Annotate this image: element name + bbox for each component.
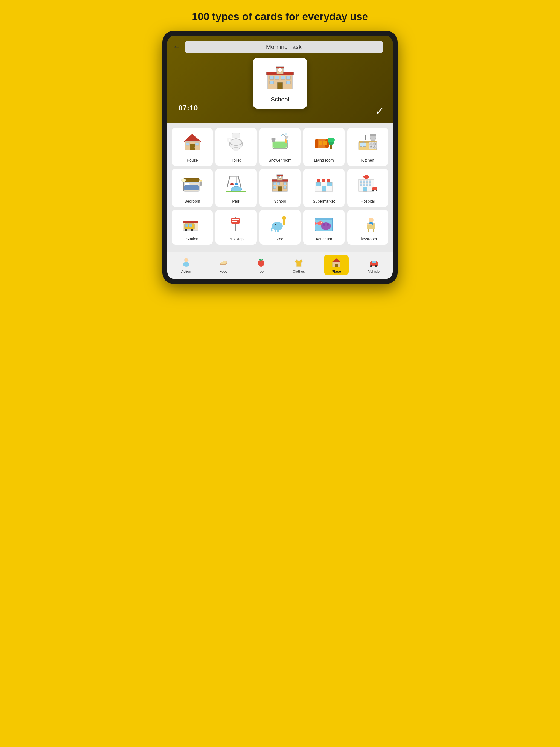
back-button[interactable]: ← (173, 43, 180, 51)
card-classroom-label: Classroom (358, 236, 377, 241)
svg-point-34 (285, 133, 286, 134)
card-hospital-icon (357, 172, 379, 194)
svg-rect-24 (234, 148, 238, 151)
card-station-icon (181, 213, 203, 235)
nav-clothes[interactable]: Clothes (286, 255, 311, 275)
top-bar: ← Morning Task (167, 36, 393, 58)
card-shower-label: Shower room (269, 158, 291, 163)
svg-rect-10 (286, 76, 290, 79)
card-zoo[interactable]: Zoo (259, 210, 301, 245)
svg-rect-28 (273, 142, 286, 148)
svg-rect-111 (360, 181, 362, 183)
nav-food[interactable]: Food (211, 255, 236, 275)
card-busstop[interactable]: Bus stop (215, 210, 256, 245)
card-kitchen[interactable]: Kitchen (347, 128, 388, 166)
card-house[interactable]: House (172, 128, 213, 166)
svg-rect-9 (281, 76, 285, 79)
svg-rect-48 (323, 141, 327, 145)
card-toilet[interactable]: Toilet (215, 128, 256, 166)
nav-food-label: Food (220, 269, 228, 274)
nav-vehicle-label: Vehicle (368, 269, 380, 274)
svg-rect-117 (366, 184, 368, 186)
page-title: 100 types of cards for everyday use (192, 11, 368, 23)
svg-rect-110 (363, 176, 370, 177)
selected-card-label: School (271, 96, 289, 103)
svg-rect-38 (286, 140, 288, 143)
svg-rect-53 (362, 140, 364, 141)
card-hospital[interactable]: Hospital (347, 169, 388, 207)
selected-card-image (262, 63, 298, 93)
svg-point-128 (185, 229, 187, 231)
card-bedroom[interactable]: Bedroom (172, 169, 213, 207)
svg-marker-162 (295, 259, 303, 266)
card-station-label: Station (186, 236, 198, 241)
card-living-icon (313, 131, 335, 153)
svg-rect-151 (373, 229, 374, 232)
svg-rect-150 (368, 229, 369, 232)
svg-point-73 (181, 179, 186, 182)
card-supermarket-icon (313, 172, 335, 194)
card-park[interactable]: Park (215, 169, 256, 207)
svg-rect-54 (360, 146, 362, 147)
svg-point-59 (370, 143, 373, 146)
svg-rect-127 (189, 225, 192, 227)
svg-point-144 (321, 223, 322, 223)
nav-vehicle[interactable]: Vehicle (361, 255, 386, 275)
svg-rect-133 (232, 221, 236, 222)
card-kitchen-icon (357, 131, 379, 153)
svg-point-152 (368, 217, 374, 223)
card-bedroom-label: Bedroom (184, 199, 200, 204)
svg-marker-163 (332, 258, 341, 262)
card-station[interactable]: Station (172, 210, 213, 245)
svg-rect-124 (183, 221, 198, 223)
card-shower[interactable]: Shower room (259, 128, 301, 166)
card-toilet-icon (225, 131, 247, 153)
card-shower-icon (269, 131, 291, 153)
svg-rect-118 (369, 184, 371, 186)
svg-rect-98 (315, 179, 317, 182)
svg-point-20 (194, 147, 195, 148)
card-aquarium-label: Aquarium (315, 236, 332, 241)
svg-rect-55 (363, 146, 365, 147)
svg-rect-154 (367, 224, 373, 225)
place-icon (330, 256, 342, 268)
task-title: Morning Task (185, 41, 383, 53)
card-park-label: Park (232, 199, 240, 204)
device-screen: ← Morning Task 07:10 (167, 36, 393, 279)
svg-rect-80 (235, 183, 238, 185)
selected-card-popup[interactable]: School (253, 58, 307, 108)
svg-rect-138 (277, 229, 279, 232)
svg-rect-47 (319, 141, 322, 145)
card-hospital-label: Hospital (361, 199, 375, 204)
svg-point-146 (323, 223, 325, 226)
svg-point-135 (282, 216, 286, 220)
svg-rect-41 (315, 139, 318, 148)
confirm-check-button[interactable]: ✓ (375, 104, 384, 118)
card-aquarium[interactable]: Aquarium (303, 210, 344, 245)
svg-rect-102 (322, 186, 326, 191)
svg-rect-21 (232, 133, 240, 138)
card-classroom-icon (357, 213, 379, 235)
svg-rect-119 (363, 187, 367, 191)
card-school[interactable]: School (259, 169, 301, 207)
nav-action-label: Action (181, 269, 191, 274)
nav-tool-label: Tool (258, 269, 264, 274)
card-classroom[interactable]: Classroom (347, 210, 388, 245)
svg-point-26 (229, 139, 230, 141)
nav-tool[interactable]: Tool (249, 255, 274, 275)
svg-rect-116 (363, 184, 365, 186)
svg-rect-93 (274, 186, 276, 189)
vehicle-icon (368, 256, 380, 268)
svg-marker-15 (183, 134, 201, 142)
svg-point-60 (373, 143, 376, 146)
svg-rect-101 (330, 179, 333, 182)
nav-place[interactable]: Place (324, 255, 349, 275)
card-supermarket[interactable]: Supermarket (303, 169, 344, 207)
card-living[interactable]: Living room (303, 128, 344, 166)
svg-text:z: z (188, 259, 189, 261)
svg-rect-56 (370, 134, 376, 136)
svg-point-129 (191, 229, 193, 231)
nav-place-label: Place (332, 269, 341, 274)
nav-action[interactable]: z z Action (174, 255, 199, 275)
svg-point-121 (373, 190, 374, 191)
